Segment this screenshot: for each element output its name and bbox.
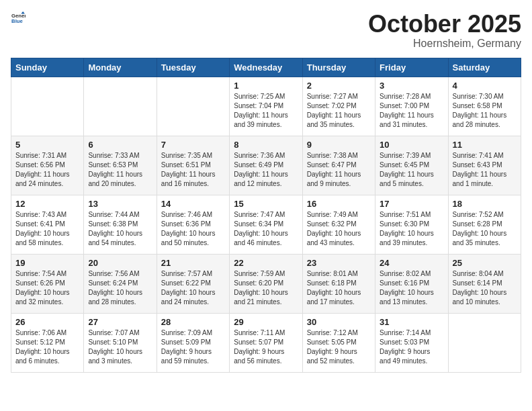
day-number: 10 [380,140,443,150]
calendar-cell: 23Sunrise: 8:01 AM Sunset: 6:18 PM Dayli… [302,254,375,313]
calendar-cell: 22Sunrise: 7:59 AM Sunset: 6:20 PM Dayli… [230,254,302,313]
day-info: Sunrise: 7:12 AM Sunset: 5:05 PM Dayligh… [307,328,371,366]
day-number: 22 [234,258,298,268]
day-info: Sunrise: 7:43 AM Sunset: 6:41 PM Dayligh… [15,210,79,248]
weekday-header-thursday: Thursday [302,58,375,77]
day-info: Sunrise: 7:46 AM Sunset: 6:36 PM Dayligh… [161,210,225,248]
day-number: 5 [15,140,79,150]
calendar-cell: 10Sunrise: 7:39 AM Sunset: 6:45 PM Dayli… [375,136,448,195]
calendar-cell: 9Sunrise: 7:38 AM Sunset: 6:47 PM Daylig… [302,136,375,195]
day-number: 30 [307,317,371,327]
day-info: Sunrise: 7:44 AM Sunset: 6:38 PM Dayligh… [88,210,152,248]
day-number: 28 [161,317,225,327]
day-number: 25 [453,258,517,268]
day-number: 11 [453,140,517,150]
weekday-header-wednesday: Wednesday [230,58,302,77]
day-number: 23 [307,258,371,268]
day-info: Sunrise: 7:25 AM Sunset: 7:04 PM Dayligh… [234,92,298,130]
calendar-cell: 3Sunrise: 7:28 AM Sunset: 7:00 PM Daylig… [375,77,448,136]
calendar-cell: 1Sunrise: 7:25 AM Sunset: 7:04 PM Daylig… [230,77,302,136]
day-number: 7 [161,140,225,150]
day-number: 17 [380,199,443,209]
day-info: Sunrise: 7:41 AM Sunset: 6:43 PM Dayligh… [453,151,517,189]
day-info: Sunrise: 7:52 AM Sunset: 6:28 PM Dayligh… [453,210,517,248]
calendar-cell: 30Sunrise: 7:12 AM Sunset: 5:05 PM Dayli… [302,313,375,372]
calendar-cell [84,77,157,136]
day-info: Sunrise: 7:36 AM Sunset: 6:49 PM Dayligh… [234,151,298,189]
day-info: Sunrise: 7:39 AM Sunset: 6:45 PM Dayligh… [380,151,443,189]
header: General Blue October 2025 Hoernsheim, Ge… [11,11,521,50]
day-info: Sunrise: 8:04 AM Sunset: 6:14 PM Dayligh… [453,269,517,307]
calendar-cell [448,313,521,372]
weekday-header-monday: Monday [84,58,157,77]
day-number: 13 [88,199,152,209]
calendar-cell: 24Sunrise: 8:02 AM Sunset: 6:16 PM Dayli… [375,254,448,313]
weekday-header-row: SundayMondayTuesdayWednesdayThursdayFrid… [11,58,521,77]
weekday-header-tuesday: Tuesday [157,58,229,77]
calendar-cell: 11Sunrise: 7:41 AM Sunset: 6:43 PM Dayli… [448,136,521,195]
weekday-header-sunday: Sunday [11,58,84,77]
day-number: 6 [88,140,152,150]
calendar: SundayMondayTuesdayWednesdayThursdayFrid… [11,58,521,373]
calendar-cell: 21Sunrise: 7:57 AM Sunset: 6:22 PM Dayli… [157,254,229,313]
day-info: Sunrise: 7:09 AM Sunset: 5:09 PM Dayligh… [161,328,225,366]
calendar-cell: 17Sunrise: 7:51 AM Sunset: 6:30 PM Dayli… [375,195,448,254]
day-info: Sunrise: 7:35 AM Sunset: 6:51 PM Dayligh… [161,151,225,189]
calendar-cell: 7Sunrise: 7:35 AM Sunset: 6:51 PM Daylig… [157,136,229,195]
calendar-cell: 27Sunrise: 7:07 AM Sunset: 5:10 PM Dayli… [84,313,157,372]
day-number: 9 [307,140,371,150]
day-number: 8 [234,140,298,150]
calendar-cell [11,77,84,136]
calendar-cell: 20Sunrise: 7:56 AM Sunset: 6:24 PM Dayli… [84,254,157,313]
svg-text:Blue: Blue [11,18,23,24]
day-number: 16 [307,199,371,209]
day-number: 27 [88,317,152,327]
calendar-cell: 13Sunrise: 7:44 AM Sunset: 6:38 PM Dayli… [84,195,157,254]
day-number: 12 [15,199,79,209]
day-number: 3 [380,81,443,91]
calendar-cell: 2Sunrise: 7:27 AM Sunset: 7:02 PM Daylig… [302,77,375,136]
day-info: Sunrise: 7:38 AM Sunset: 6:47 PM Dayligh… [307,151,371,189]
day-info: Sunrise: 8:02 AM Sunset: 6:16 PM Dayligh… [380,269,443,307]
day-number: 14 [161,199,225,209]
day-info: Sunrise: 7:57 AM Sunset: 6:22 PM Dayligh… [161,269,225,307]
day-info: Sunrise: 7:51 AM Sunset: 6:30 PM Dayligh… [380,210,443,248]
day-number: 15 [234,199,298,209]
day-number: 29 [234,317,298,327]
calendar-week-row: 12Sunrise: 7:43 AM Sunset: 6:41 PM Dayli… [11,195,521,254]
day-number: 18 [453,199,517,209]
calendar-cell: 28Sunrise: 7:09 AM Sunset: 5:09 PM Dayli… [157,313,229,372]
day-info: Sunrise: 7:11 AM Sunset: 5:07 PM Dayligh… [234,328,298,366]
day-info: Sunrise: 7:30 AM Sunset: 6:58 PM Dayligh… [453,92,517,130]
calendar-cell: 18Sunrise: 7:52 AM Sunset: 6:28 PM Dayli… [448,195,521,254]
day-info: Sunrise: 7:49 AM Sunset: 6:32 PM Dayligh… [307,210,371,248]
day-info: Sunrise: 7:14 AM Sunset: 5:03 PM Dayligh… [380,328,443,366]
calendar-week-row: 5Sunrise: 7:31 AM Sunset: 6:56 PM Daylig… [11,136,521,195]
weekday-header-saturday: Saturday [448,58,521,77]
day-number: 20 [88,258,152,268]
day-number: 2 [307,81,371,91]
logo: General Blue [11,11,26,26]
calendar-cell [157,77,229,136]
calendar-cell: 16Sunrise: 7:49 AM Sunset: 6:32 PM Dayli… [302,195,375,254]
day-info: Sunrise: 7:47 AM Sunset: 6:34 PM Dayligh… [234,210,298,248]
day-info: Sunrise: 7:56 AM Sunset: 6:24 PM Dayligh… [88,269,152,307]
calendar-cell: 25Sunrise: 8:04 AM Sunset: 6:14 PM Dayli… [448,254,521,313]
calendar-week-row: 26Sunrise: 7:06 AM Sunset: 5:12 PM Dayli… [11,313,521,372]
location-title: Hoernsheim, Germany [368,38,521,50]
calendar-cell: 8Sunrise: 7:36 AM Sunset: 6:49 PM Daylig… [230,136,302,195]
day-number: 4 [453,81,517,91]
day-info: Sunrise: 7:31 AM Sunset: 6:56 PM Dayligh… [15,151,79,189]
day-number: 31 [380,317,443,327]
calendar-cell: 29Sunrise: 7:11 AM Sunset: 5:07 PM Dayli… [230,313,302,372]
calendar-week-row: 1Sunrise: 7:25 AM Sunset: 7:04 PM Daylig… [11,77,521,136]
calendar-cell: 5Sunrise: 7:31 AM Sunset: 6:56 PM Daylig… [11,136,84,195]
day-info: Sunrise: 7:33 AM Sunset: 6:53 PM Dayligh… [88,151,152,189]
calendar-cell: 15Sunrise: 7:47 AM Sunset: 6:34 PM Dayli… [230,195,302,254]
calendar-cell: 4Sunrise: 7:30 AM Sunset: 6:58 PM Daylig… [448,77,521,136]
calendar-cell: 19Sunrise: 7:54 AM Sunset: 6:26 PM Dayli… [11,254,84,313]
day-number: 21 [161,258,225,268]
calendar-cell: 26Sunrise: 7:06 AM Sunset: 5:12 PM Dayli… [11,313,84,372]
calendar-week-row: 19Sunrise: 7:54 AM Sunset: 6:26 PM Dayli… [11,254,521,313]
calendar-cell: 6Sunrise: 7:33 AM Sunset: 6:53 PM Daylig… [84,136,157,195]
